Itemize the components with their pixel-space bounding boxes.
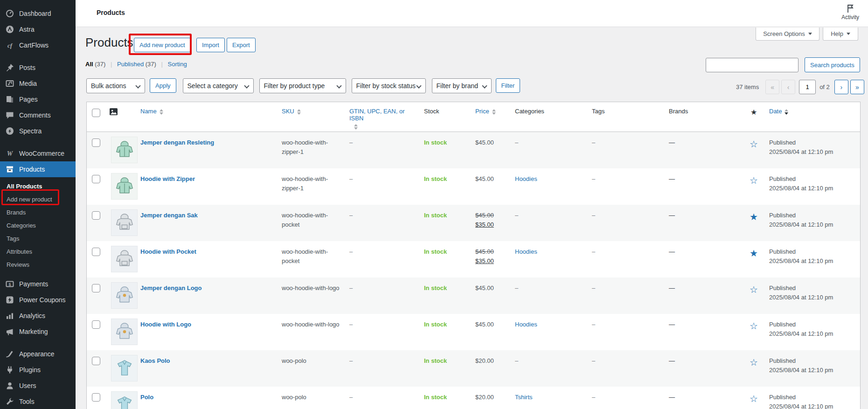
product-name-link[interactable]: Kaos Polo (140, 357, 170, 364)
search-products-button[interactable]: Search products (805, 57, 860, 72)
product-name-link[interactable]: Polo (140, 394, 153, 401)
sidebar-item-pages[interactable]: Pages (0, 91, 76, 107)
product-thumbnail[interactable] (111, 209, 138, 236)
filter-button[interactable]: Filter (496, 78, 521, 93)
submenu-item-all-products[interactable]: All Products (0, 180, 76, 193)
import-button[interactable]: Import (196, 38, 225, 52)
sidebar-item-posts[interactable]: Posts (0, 60, 76, 76)
sidebar-item-power-coupons[interactable]: Power Coupons (0, 292, 76, 308)
product-thumbnail[interactable] (111, 173, 138, 200)
sidebar-item-comments[interactable]: Comments (0, 107, 76, 123)
sidebar-item-payments[interactable]: $Payments (0, 276, 76, 292)
row-checkbox[interactable] (92, 320, 100, 329)
product-name-link[interactable]: Hoodie with Logo (140, 321, 191, 328)
price: $20.00 (475, 394, 494, 401)
payments-icon: $ (5, 279, 14, 289)
sidebar-item-woocommerce[interactable]: WWooCommerce (0, 146, 76, 161)
column-header-price[interactable]: Price (472, 102, 511, 132)
submenu-item-reviews[interactable]: Reviews (0, 258, 76, 271)
submenu-item-attributes[interactable]: Attributes (0, 245, 76, 258)
product-thumbnail[interactable] (111, 137, 138, 163)
sidebar-item-products[interactable]: Products (0, 161, 76, 177)
screen-options-tab[interactable]: Screen Options (756, 28, 819, 41)
stock-status-filter-select[interactable]: Filter by stock status (352, 78, 426, 93)
featured-star-outline-icon[interactable]: ☆ (744, 277, 765, 314)
column-header-name[interactable]: Name (137, 102, 278, 132)
sidebar-item-appearance[interactable]: Appearance (0, 346, 76, 362)
export-button[interactable]: Export (227, 38, 256, 52)
product-thumbnail[interactable] (111, 246, 138, 272)
product-thumbnail[interactable] (111, 391, 138, 409)
sidebar-item-analytics[interactable]: Analytics (0, 308, 76, 324)
category-link[interactable]: Hoodies (515, 248, 537, 255)
sidebar-item-marketing[interactable]: Marketing (0, 324, 76, 340)
sidebar-item-users[interactable]: Users (0, 378, 76, 394)
row-checkbox[interactable] (92, 357, 100, 365)
current-page-input[interactable] (799, 80, 816, 94)
category-empty: – (515, 357, 518, 364)
product-thumbnail[interactable] (111, 319, 138, 345)
product-type-filter-select[interactable]: Filter by product type (259, 78, 346, 93)
brand-filter-select[interactable]: Filter by brand (432, 78, 492, 93)
admin-sidebar: DashboardAstracfCartFlowsPostsMediaPages… (0, 0, 76, 409)
add-new-product-button[interactable]: Add new product (134, 38, 191, 52)
featured-star-outline-icon[interactable]: ☆ (744, 132, 765, 168)
view-sorting[interactable]: Sorting (168, 61, 187, 68)
row-checkbox[interactable] (92, 175, 100, 183)
submenu-item-categories[interactable]: Categories (0, 219, 76, 232)
row-checkbox[interactable] (92, 393, 100, 402)
product-thumbnail[interactable] (111, 355, 138, 381)
view-all[interactable]: All (85, 61, 93, 68)
sku-cell: woo-hoodie-with-logo (278, 277, 346, 314)
tools-icon (5, 397, 14, 406)
product-name-link[interactable]: Jemper dengan Sak (140, 212, 198, 219)
row-checkbox[interactable] (92, 211, 100, 220)
featured-star-outline-icon[interactable]: ☆ (744, 387, 765, 409)
featured-star-outline-icon[interactable]: ☆ (744, 350, 765, 387)
search-input[interactable] (706, 58, 799, 72)
category-link[interactable]: Hoodies (515, 321, 537, 328)
sidebar-item-tools[interactable]: Tools (0, 394, 76, 409)
sidebar-item-spectra[interactable]: Spectra (0, 123, 76, 139)
date-cell: Published2025/08/04 at 12:10 pm (765, 350, 861, 387)
view-published[interactable]: Published (117, 61, 144, 68)
submenu-item-tags[interactable]: Tags (0, 232, 76, 245)
product-name-link[interactable]: Jemper dengan Resleting (140, 139, 214, 146)
sidebar-item-cartflows[interactable]: cfCartFlows (0, 37, 76, 53)
featured-star-filled-icon[interactable]: ★ (744, 205, 765, 241)
select-all-checkbox[interactable] (92, 109, 100, 117)
featured-star-outline-icon[interactable]: ☆ (744, 314, 765, 350)
sidebar-item-dashboard[interactable]: Dashboard (0, 6, 76, 21)
help-tab[interactable]: Help (823, 28, 858, 41)
product-name-link[interactable]: Jemper dengan Logo (140, 284, 201, 291)
bulk-actions-select[interactable]: Bulk actions (86, 78, 145, 93)
row-checkbox[interactable] (92, 139, 100, 147)
product-thumbnail[interactable] (111, 282, 138, 309)
chevron-down-icon (847, 33, 850, 37)
submenu-item-add-new-product[interactable]: Add new product (0, 193, 76, 206)
apply-button[interactable]: Apply (150, 78, 176, 93)
row-checkbox[interactable] (92, 248, 100, 256)
sidebar-item-media[interactable]: Media (0, 76, 76, 91)
column-header-sku[interactable]: SKU (278, 102, 346, 132)
featured-star-filled-icon[interactable]: ★ (744, 241, 765, 277)
sku-cell: woo-hoodie-with-zipper-1 (278, 132, 346, 168)
next-page-button[interactable]: › (834, 80, 848, 94)
category-filter-select[interactable]: Select a category (183, 78, 254, 93)
tags-cell: – (592, 321, 595, 328)
column-header-date[interactable]: Date (765, 102, 861, 132)
column-header-gtin[interactable]: GTIN, UPC, EAN, or ISBN (346, 102, 420, 132)
activity-button[interactable]: Activity (839, 4, 861, 21)
first-page-button[interactable]: « (765, 80, 779, 94)
category-link[interactable]: Tshirts (515, 394, 533, 401)
row-checkbox[interactable] (92, 284, 100, 292)
product-name-link[interactable]: Hoodie with Zipper (140, 175, 195, 182)
featured-star-outline-icon[interactable]: ☆ (744, 168, 765, 205)
last-page-button[interactable]: » (850, 80, 864, 94)
submenu-item-brands[interactable]: Brands (0, 206, 76, 219)
sidebar-item-plugins[interactable]: Plugins (0, 362, 76, 378)
sidebar-item-astra[interactable]: Astra (0, 21, 76, 37)
category-link[interactable]: Hoodies (515, 175, 537, 182)
product-name-link[interactable]: Hoodie with Pocket (140, 248, 196, 255)
prev-page-button[interactable]: ‹ (781, 80, 795, 94)
